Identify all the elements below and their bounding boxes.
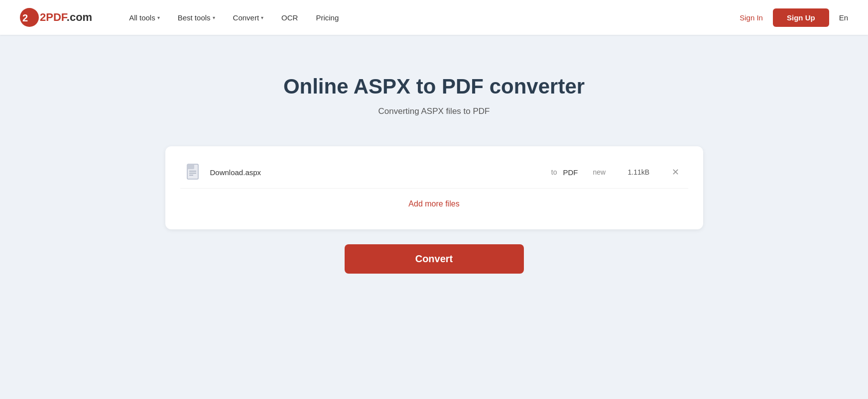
file-name: Download.aspx <box>210 168 551 177</box>
nav-item-pricing[interactable]: Pricing <box>309 9 346 26</box>
file-status: new <box>593 168 613 176</box>
main-content: Online ASPX to PDF converter Converting … <box>0 35 868 274</box>
sign-in-button[interactable]: Sign In <box>740 13 763 22</box>
file-icon <box>185 163 203 181</box>
header-actions: Sign In Sign Up En <box>740 8 848 27</box>
convert-button[interactable]: Convert <box>345 244 524 274</box>
file-remove-button[interactable]: ✕ <box>668 165 683 180</box>
chevron-down-icon: ▾ <box>157 15 160 20</box>
add-more-files-button[interactable]: Add more files <box>408 200 459 208</box>
nav-item-convert[interactable]: Convert ▾ <box>226 9 271 26</box>
logo-text: 2PDF.com <box>40 11 92 24</box>
file-to-label: to <box>551 168 557 176</box>
svg-rect-3 <box>187 164 194 169</box>
header: 2 2PDF.com All tools ▾ Best tools ▾ Conv… <box>0 0 868 35</box>
nav-item-best-tools[interactable]: Best tools ▾ <box>171 9 222 26</box>
page-title: Online ASPX to PDF converter <box>283 75 585 99</box>
nav-item-all-tools[interactable]: All tools ▾ <box>122 9 167 26</box>
file-format: PDF <box>563 168 583 177</box>
file-row: Download.aspx to PDF new 1.11kB ✕ <box>180 156 688 189</box>
add-more-files-section: Add more files <box>180 189 688 219</box>
sign-up-button[interactable]: Sign Up <box>773 8 829 27</box>
logo[interactable]: 2 2PDF.com <box>20 8 92 27</box>
nav: All tools ▾ Best tools ▾ Convert ▾ OCR P… <box>122 9 740 26</box>
chevron-down-icon: ▾ <box>213 15 215 20</box>
language-selector[interactable]: En <box>839 13 848 22</box>
chevron-down-icon: ▾ <box>261 15 263 20</box>
conversion-box: Download.aspx to PDF new 1.11kB ✕ Add mo… <box>165 146 703 229</box>
svg-text:2: 2 <box>22 12 28 23</box>
file-size: 1.11kB <box>628 168 653 176</box>
nav-item-ocr[interactable]: OCR <box>274 9 305 26</box>
page-subtitle: Converting ASPX files to PDF <box>378 106 490 116</box>
